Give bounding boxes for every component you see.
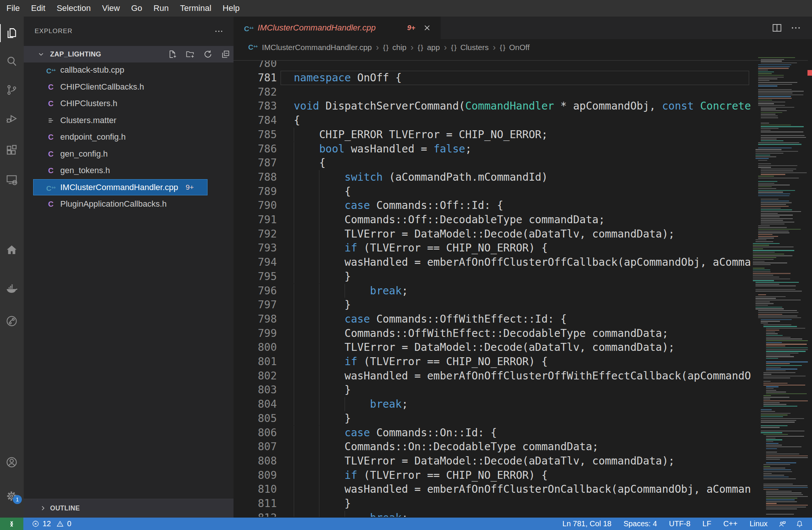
line-number[interactable]: 803 bbox=[234, 383, 277, 397]
code-line-808[interactable]: 808 TLVError = DataModel::Decode(aDataTl… bbox=[234, 454, 751, 468]
line-number[interactable]: 800 bbox=[234, 340, 277, 355]
code-line-788[interactable]: 788 switch (aCommandPath.mCommandId) bbox=[234, 170, 751, 184]
menu-edit[interactable]: Edit bbox=[25, 0, 51, 17]
line-number[interactable]: 789 bbox=[234, 184, 277, 199]
code-line-795[interactable]: 795 } bbox=[234, 270, 751, 284]
code-line-801[interactable]: 801 if (TLVError == CHIP_NO_ERROR) { bbox=[234, 355, 751, 369]
breadcrumb-symbol-clusters[interactable]: Clusters bbox=[460, 43, 488, 52]
code-line-803[interactable]: 803 } bbox=[234, 383, 751, 397]
code-line-809[interactable]: 809 if (TLVError == CHIP_NO_ERROR) { bbox=[234, 468, 751, 483]
line-number[interactable]: 806 bbox=[234, 426, 277, 440]
line-number[interactable]: 798 bbox=[234, 312, 277, 326]
line-number[interactable]: 786 bbox=[234, 142, 277, 156]
line-number[interactable]: 785 bbox=[234, 128, 277, 142]
close-icon[interactable] bbox=[422, 23, 432, 33]
feedback-icon[interactable] bbox=[774, 519, 791, 528]
code-line-781[interactable]: 781namespace OnOff { bbox=[234, 71, 751, 85]
line-number[interactable]: 804 bbox=[234, 397, 277, 411]
code-line-780[interactable]: 780 bbox=[234, 61, 751, 71]
line-number[interactable]: 812 bbox=[234, 511, 277, 517]
refresh-icon[interactable] bbox=[203, 49, 213, 59]
activity-home[interactable] bbox=[0, 241, 24, 259]
file-item-callback-stub-cpp[interactable]: C++callback-stub.cpp bbox=[24, 62, 234, 79]
activity-run-and-debug[interactable] bbox=[0, 110, 24, 128]
status-indentation[interactable]: Spaces: 4 bbox=[617, 518, 663, 530]
more-actions-icon[interactable] bbox=[214, 26, 224, 36]
new-file-icon[interactable] bbox=[168, 49, 177, 59]
new-folder-icon[interactable] bbox=[185, 49, 195, 59]
code-line-800[interactable]: 800 TLVError = DataModel::Decode(aDataTl… bbox=[234, 340, 751, 355]
status-eol[interactable]: LF bbox=[696, 518, 717, 530]
file-item-gen-config-h[interactable]: Cgen_config.h bbox=[24, 146, 234, 163]
file-item-endpoint-config-h[interactable]: Cendpoint_config.h bbox=[24, 129, 234, 146]
code-line-798[interactable]: 798 case Commands::OffWithEffect::Id: { bbox=[234, 312, 751, 326]
line-number[interactable]: 792 bbox=[234, 227, 277, 241]
code-line-805[interactable]: 805 } bbox=[234, 411, 751, 426]
menu-go[interactable]: Go bbox=[125, 0, 148, 17]
status-language[interactable]: C++ bbox=[717, 518, 743, 530]
activity-explorer[interactable] bbox=[0, 24, 24, 42]
line-number[interactable]: 811 bbox=[234, 496, 277, 511]
code-line-804[interactable]: 804 break; bbox=[234, 397, 751, 411]
line-number[interactable]: 793 bbox=[234, 241, 277, 255]
menu-selection[interactable]: Selection bbox=[51, 0, 96, 17]
code-line-792[interactable]: 792 TLVError = DataModel::Decode(aDataTl… bbox=[234, 227, 751, 241]
menu-view[interactable]: View bbox=[96, 0, 125, 17]
code-line-796[interactable]: 796 break; bbox=[234, 284, 751, 298]
code-line-794[interactable]: 794 wasHandled = emberAfOnOffClusterOffC… bbox=[234, 255, 751, 270]
remote-indicator[interactable] bbox=[0, 518, 23, 530]
collapse-all-icon[interactable] bbox=[221, 49, 230, 59]
line-number[interactable]: 799 bbox=[234, 326, 277, 341]
activity-source-control[interactable] bbox=[0, 81, 24, 99]
code-line-806[interactable]: 806 case Commands::On::Id: { bbox=[234, 426, 751, 440]
breadcrumb-symbol-app[interactable]: app bbox=[427, 43, 440, 52]
menu-terminal[interactable]: Terminal bbox=[174, 0, 217, 17]
code-line-793[interactable]: 793 if (TLVError == CHIP_NO_ERROR) { bbox=[234, 241, 751, 255]
breadcrumb-symbol-chip[interactable]: chip bbox=[392, 43, 407, 52]
line-number[interactable]: 797 bbox=[234, 298, 277, 312]
code-editor[interactable]: 780781namespace OnOff {782783void Dispat… bbox=[234, 61, 751, 517]
menu-run[interactable]: Run bbox=[148, 0, 174, 17]
status-os[interactable]: Linux bbox=[743, 518, 774, 530]
line-number[interactable]: 807 bbox=[234, 440, 277, 454]
line-number[interactable]: 784 bbox=[234, 113, 277, 128]
code-line-791[interactable]: 791 Commands::Off::DecodableType command… bbox=[234, 213, 751, 227]
folder-section-header[interactable]: ZAP_LIGHTING bbox=[24, 46, 234, 62]
line-number[interactable]: 794 bbox=[234, 255, 277, 270]
code-line-790[interactable]: 790 case Commands::Off::Id: { bbox=[234, 198, 751, 213]
activity-accounts[interactable] bbox=[0, 453, 24, 471]
file-item-clusters-matter[interactable]: Clusters.matter bbox=[24, 112, 234, 129]
activity-extensions[interactable] bbox=[0, 141, 24, 159]
tab-imclustercommandhandler[interactable]: C++ IMClusterCommandHandler.cpp 9+ bbox=[234, 17, 441, 39]
code-line-786[interactable]: 786 bool wasHandled = false; bbox=[234, 142, 751, 156]
line-number[interactable]: 791 bbox=[234, 213, 277, 227]
status-cursor-position[interactable]: Ln 781, Col 18 bbox=[556, 518, 617, 530]
split-editor-icon[interactable] bbox=[771, 22, 783, 34]
line-number[interactable]: 780 bbox=[234, 61, 277, 71]
code-line-783[interactable]: 783void DispatchServerCommand(CommandHan… bbox=[234, 99, 751, 113]
line-number[interactable]: 802 bbox=[234, 369, 277, 383]
breadcrumb-symbol-onoff[interactable]: OnOff bbox=[509, 43, 530, 52]
code-line-784[interactable]: 784{ bbox=[234, 113, 751, 128]
file-item-chipclientcallbacks-h[interactable]: CCHIPClientCallbacks.h bbox=[24, 79, 234, 96]
code-line-812[interactable]: 812 break; bbox=[234, 511, 751, 517]
breadcrumb-file[interactable]: IMClusterCommandHandler.cpp bbox=[262, 43, 372, 52]
line-number[interactable]: 787 bbox=[234, 156, 277, 170]
code-line-807[interactable]: 807 Commands::On::DecodableType commandD… bbox=[234, 440, 751, 454]
code-line-785[interactable]: 785 CHIP_ERROR TLVError = CHIP_NO_ERROR; bbox=[234, 128, 751, 142]
minimap[interactable] bbox=[751, 56, 808, 518]
file-item-pluginapplicationcallbacks-h[interactable]: CPluginApplicationCallbacks.h bbox=[24, 196, 234, 213]
code-line-782[interactable]: 782 bbox=[234, 85, 751, 99]
status-encoding[interactable]: UTF-8 bbox=[663, 518, 696, 530]
menu-file[interactable]: File bbox=[1, 0, 25, 17]
activity-git-graph[interactable] bbox=[0, 312, 24, 330]
activity-search[interactable] bbox=[0, 52, 24, 70]
line-number[interactable]: 808 bbox=[234, 454, 277, 468]
line-number[interactable]: 795 bbox=[234, 270, 277, 284]
code-line-810[interactable]: 810 wasHandled = emberAfOnOffClusterOnCa… bbox=[234, 482, 751, 496]
file-item-chipclusters-h[interactable]: CCHIPClusters.h bbox=[24, 95, 234, 112]
line-number[interactable]: 801 bbox=[234, 355, 277, 369]
code-line-799[interactable]: 799 Commands::OffWithEffect::DecodableTy… bbox=[234, 326, 751, 341]
line-number[interactable]: 805 bbox=[234, 411, 277, 426]
activity-docker[interactable] bbox=[0, 279, 24, 297]
